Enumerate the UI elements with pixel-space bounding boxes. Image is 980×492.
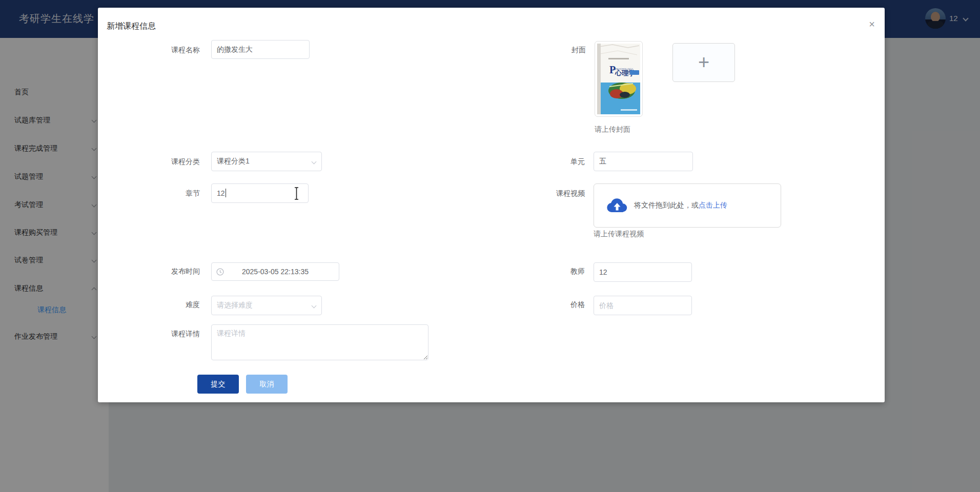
difficulty-label: 难度 — [133, 300, 200, 310]
dialog-title: 新增课程信息 — [107, 21, 156, 32]
difficulty-placeholder: 请选择难度 — [217, 301, 253, 310]
ibeam-cursor — [293, 187, 300, 202]
category-value: 课程分类1 — [217, 157, 250, 166]
category-label: 课程分类 — [133, 157, 200, 167]
teacher-input[interactable] — [594, 262, 692, 282]
price-input[interactable] — [594, 296, 692, 315]
price-label: 价格 — [518, 300, 585, 310]
chevron-down-icon — [312, 159, 317, 165]
cover-label: 封面 — [519, 46, 586, 55]
clock-icon — [216, 268, 224, 276]
detail-textarea[interactable] — [211, 324, 428, 360]
teacher-label: 教师 — [518, 267, 585, 276]
cancel-button[interactable]: 取消 — [246, 375, 288, 394]
cover-thumbnail[interactable]: P PSYCHOLOGY 心理学 — [595, 41, 643, 117]
publish-time-value: 2025-03-05 22:13:35 — [242, 268, 309, 276]
detail-label: 课程详情 — [133, 330, 200, 339]
click-upload-link[interactable]: 点击上传 — [699, 201, 727, 209]
publish-time-label: 发布时间 — [133, 267, 200, 276]
difficulty-select[interactable]: 请选择难度 — [211, 296, 322, 315]
unit-label: 单元 — [518, 157, 585, 167]
book-cover-image: P PSYCHOLOGY 心理学 — [597, 44, 640, 114]
cloud-upload-icon — [606, 198, 628, 213]
video-upload-hint: 请上传课程视频 — [594, 230, 644, 239]
category-select[interactable]: 课程分类1 — [211, 152, 322, 171]
course-name-input[interactable] — [211, 40, 310, 59]
submit-button[interactable]: 提交 — [197, 375, 239, 394]
close-icon[interactable]: × — [865, 17, 879, 31]
unit-input[interactable] — [594, 152, 693, 171]
course-name-label: 课程名称 — [133, 46, 200, 55]
chapter-label: 章节 — [133, 189, 200, 198]
dropzone-text: 将文件拖到此处，或点击上传 — [634, 201, 727, 210]
add-course-dialog: 新增课程信息 × 课程名称 封面 P PSYCHOLOGY 心理学 — [98, 8, 885, 402]
cover-upload-button[interactable]: + — [672, 43, 735, 82]
cover-upload-hint: 请上传封面 — [595, 125, 630, 134]
app-root: 考研学生在线学 12 首页试题库管理课程完成管理试题管理考试管理课程购买管理试卷… — [0, 0, 980, 492]
chevron-down-icon — [312, 303, 317, 309]
publish-time-picker[interactable]: 2025-03-05 22:13:35 — [211, 262, 339, 281]
video-label: 课程视频 — [518, 189, 585, 198]
video-dropzone[interactable]: 将文件拖到此处，或点击上传 — [594, 183, 781, 228]
plus-icon: + — [673, 51, 734, 73]
text-caret — [226, 189, 226, 197]
